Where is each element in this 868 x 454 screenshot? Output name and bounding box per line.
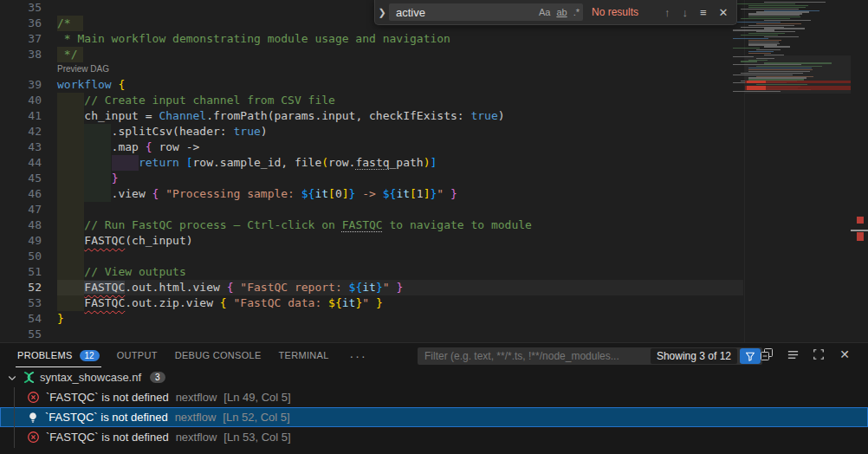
editor-area[interactable]: 3536/*37 * Main workflow demonstrating m… [0, 0, 868, 343]
ruler-error-marker [857, 217, 864, 224]
line-content: .map { row -> [57, 139, 743, 155]
problem-row[interactable]: `FASTQC` is not definednextflow[Ln 53, C… [0, 427, 868, 447]
line-number[interactable]: 44 [0, 155, 57, 171]
line-content [57, 249, 743, 264]
code-line[interactable]: 47 [0, 202, 743, 217]
line-number[interactable]: 48 [0, 217, 57, 233]
code-line[interactable]: 42 .splitCsv(header: true) [0, 124, 743, 139]
code-line[interactable]: 54} [0, 311, 743, 327]
find-previous-icon[interactable]: ↑ [664, 6, 670, 19]
line-number[interactable]: 43 [0, 139, 57, 155]
line-number[interactable]: 52 [0, 280, 57, 295]
panel-header-icons: ✕ [759, 347, 852, 362]
lightbulb-icon [27, 412, 39, 424]
line-number[interactable]: 50 [0, 249, 57, 264]
problem-row[interactable]: `FASTQC` is not definednextflow[Ln 49, C… [0, 387, 868, 407]
find-in-selection-icon[interactable]: ≡ [700, 6, 707, 19]
problem-location: [Ln 53, Col 5] [223, 431, 290, 444]
line-number[interactable]: 45 [0, 171, 57, 186]
code-line[interactable]: 51 // View outputs [0, 264, 743, 280]
code-line[interactable]: 44 return [row.sample_id, file(row.fastq… [0, 155, 743, 171]
problems-filter-input[interactable] [423, 349, 651, 363]
line-number[interactable]: 54 [0, 311, 57, 327]
code-line[interactable]: 48 // Run FastQC process – Ctrl-click on… [0, 217, 743, 233]
line-content: .splitCsv(header: true) [57, 124, 743, 139]
code-line[interactable]: 52 FASTQC.out.html.view { "FastQC report… [0, 280, 743, 295]
code-line[interactable]: 38 */ [0, 47, 743, 62]
line-number[interactable]: 55 [0, 327, 57, 342]
find-toggle-replace-chevron[interactable]: ❯ [375, 0, 389, 24]
whole-word-icon[interactable]: ab [556, 7, 567, 17]
code-line[interactable]: 46 .view { "Processing sample: ${it[0]} … [0, 186, 743, 202]
minimap-error-marker [745, 86, 851, 90]
problem-row[interactable]: `FASTQC` is not definednextflow[Ln 52, C… [0, 407, 868, 427]
code-line[interactable]: 55 [0, 327, 743, 342]
more-actions-icon[interactable]: ··· [350, 349, 367, 363]
line-content: FASTQC.out.zip.view { "FastQC data: ${it… [57, 295, 743, 311]
code-line[interactable]: 39workflow { [0, 77, 743, 93]
chevron-down-icon[interactable] [7, 373, 17, 383]
code-line[interactable]: 53 FASTQC.out.zip.view { "FastQC data: $… [0, 295, 743, 311]
problems-list: `FASTQC` is not definednextflow[Ln 49, C… [0, 387, 868, 447]
find-input[interactable] [394, 5, 533, 20]
collapse-all-icon[interactable] [759, 347, 774, 362]
line-number[interactable]: 46 [0, 186, 57, 202]
line-content: * Main workflow demonstrating module usa… [57, 31, 743, 47]
maximize-panel-icon[interactable] [811, 347, 826, 362]
panel-tab-output[interactable]: OUTPUT [115, 344, 159, 367]
problems-file-row[interactable]: syntax_showcase.nf 3 [0, 367, 868, 387]
line-content: ch_input = Channel.fromPath(params.input… [57, 108, 743, 124]
code-line[interactable]: 37 * Main workflow demonstrating module … [0, 31, 743, 47]
problem-message: `FASTQC` is not defined [46, 431, 169, 444]
line-number[interactable]: 39 [0, 77, 57, 93]
line-number[interactable]: 49 [0, 233, 57, 249]
line-number[interactable]: 42 [0, 124, 57, 139]
panel-tab-terminal[interactable]: TERMINAL [277, 344, 331, 367]
line-content: // Create input channel from CSV file [57, 93, 743, 108]
close-panel-icon[interactable]: ✕ [837, 347, 852, 362]
line-number[interactable]: 47 [0, 202, 57, 217]
code-content[interactable]: 3536/*37 * Main workflow demonstrating m… [0, 0, 743, 343]
line-number[interactable]: 41 [0, 108, 57, 124]
ruler-cursor-marker [851, 230, 868, 231]
match-case-icon[interactable]: Aa [539, 7, 550, 17]
panel-tabs: PROBLEMS12OUTPUTDEBUG CONSOLETERMINAL [0, 344, 345, 367]
problem-source: nextflow [176, 431, 217, 444]
find-results-count: No results [592, 6, 652, 18]
find-next-icon[interactable]: ↓ [683, 6, 689, 19]
code-line[interactable]: 45 } [0, 171, 743, 186]
find-close-icon[interactable]: ✕ [719, 6, 729, 19]
regex-icon[interactable]: .* [573, 7, 580, 17]
line-number[interactable]: 51 [0, 264, 57, 280]
line-content: // View outputs [57, 264, 743, 280]
code-line[interactable]: 49 FASTQC(ch_input) [0, 233, 743, 249]
line-content: return [row.sample_id, file(row.fastq_pa… [57, 155, 743, 171]
find-widget: ❯ Aa ab .* No results ↑ ↓ ≡ ✕ [374, 0, 737, 25]
line-number[interactable]: 35 [0, 0, 57, 16]
line-number[interactable]: 38 [0, 47, 57, 62]
line-number[interactable]: 36 [0, 16, 57, 31]
line-number[interactable]: 53 [0, 295, 57, 311]
line-number[interactable]: 37 [0, 31, 57, 47]
problem-location: [Ln 49, Col 5] [223, 391, 290, 404]
view-as-table-icon[interactable] [785, 347, 800, 362]
code-line[interactable]: 40 // Create input channel from CSV file [0, 93, 743, 108]
vscode-window: 3536/*37 * Main workflow demonstrating m… [0, 0, 868, 454]
ruler-error-marker [857, 232, 864, 241]
error-icon [27, 391, 40, 404]
error-icon [27, 431, 40, 444]
line-content: } [57, 311, 743, 327]
line-number[interactable]: 40 [0, 93, 57, 108]
problems-file-badge: 3 [150, 372, 165, 383]
bottom-panel: PROBLEMS12OUTPUTDEBUG CONSOLETERMINAL ··… [0, 342, 868, 454]
tree-indent-guide [14, 387, 15, 448]
code-line[interactable]: 43 .map { row -> [0, 139, 743, 155]
code-line[interactable]: 41 ch_input = Channel.fromPath(params.in… [0, 108, 743, 124]
problems-count-badge: 12 [80, 350, 100, 361]
problems-filter-box: Showing 3 of 12 [418, 347, 762, 365]
filter-funnel-icon[interactable] [740, 348, 761, 364]
codelens-preview-dag[interactable]: Preview DAG [0, 62, 743, 77]
panel-tab-debug-console[interactable]: DEBUG CONSOLE [173, 344, 263, 367]
panel-tab-problems[interactable]: PROBLEMS12 [16, 344, 101, 367]
code-line[interactable]: 50 [0, 249, 743, 264]
